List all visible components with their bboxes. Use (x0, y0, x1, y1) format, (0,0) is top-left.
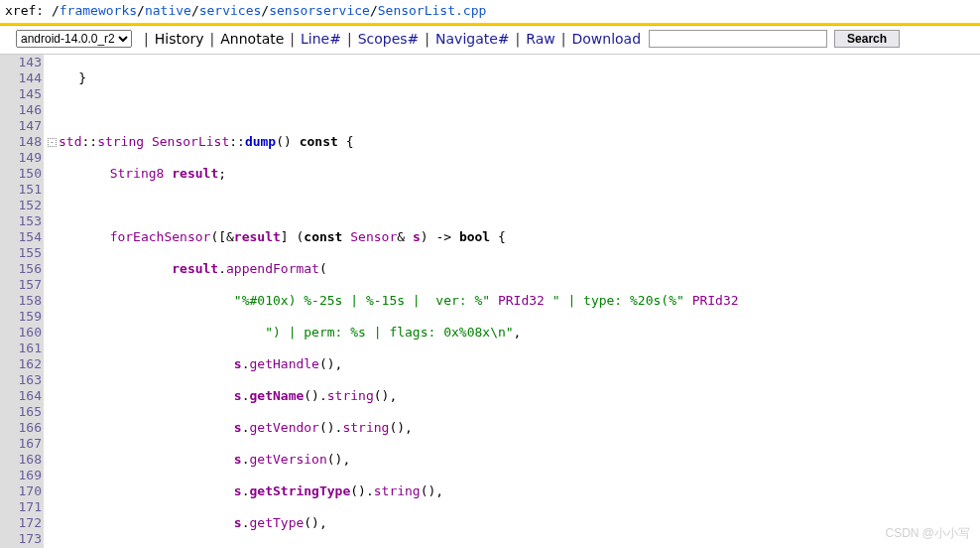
code-line: "%#010x) %-25s | %-15s | ver: %" PRId32 … (48, 293, 980, 309)
code-line: s.getName().string(), (48, 388, 980, 404)
line-number[interactable]: 145 (0, 86, 42, 102)
line-number[interactable]: 165 (0, 404, 42, 420)
line-number[interactable]: 167 (0, 436, 42, 452)
code-line: } (48, 70, 980, 86)
line-number[interactable]: 155 (0, 245, 42, 261)
line-number[interactable]: 157 (0, 277, 42, 293)
code-viewer: 1431441451461471481491501511521531541551… (0, 55, 980, 548)
raw-link[interactable]: Raw (526, 31, 554, 47)
code-line: s.getVersion(), (48, 452, 980, 468)
line-number[interactable]: 160 (0, 325, 42, 341)
line-number[interactable]: 151 (0, 182, 42, 198)
search-button[interactable]: Search (834, 30, 900, 48)
line-number[interactable]: 158 (0, 293, 42, 309)
line-number[interactable]: 159 (0, 309, 42, 325)
line-numbers: 1431441451461471481491501511521531541551… (0, 55, 44, 548)
code-line: s.getVendor().string(), (48, 420, 980, 436)
line-number[interactable]: 171 (0, 499, 42, 515)
line-number[interactable]: 163 (0, 372, 42, 388)
line-number[interactable]: 152 (0, 198, 42, 213)
line-number[interactable]: 153 (0, 213, 42, 229)
line-number[interactable]: 169 (0, 468, 42, 483)
code-line: s.getType(), (48, 515, 980, 531)
line-number[interactable]: 166 (0, 420, 42, 436)
line-number[interactable]: 149 (0, 150, 42, 166)
scopes-link[interactable]: Scopes# (358, 31, 420, 47)
annotate-link[interactable]: Annotate (220, 31, 284, 47)
line-number[interactable]: 170 (0, 483, 42, 499)
search-input[interactable] (649, 30, 827, 48)
code-content: } -std::string SensorList::dump() const … (44, 55, 980, 548)
line-number[interactable]: 144 (0, 70, 42, 86)
code-line: ") | perm: %s | flags: 0x%08x\n", (48, 325, 980, 341)
code-line: String8 result; (48, 166, 980, 182)
code-line: forEachSensor([&result] (const Sensor& s… (48, 229, 980, 245)
code-line (48, 198, 980, 213)
history-link[interactable]: History (155, 31, 204, 47)
line-number[interactable]: 147 (0, 118, 42, 134)
breadcrumb-part[interactable]: frameworks (60, 3, 137, 18)
breadcrumb: xref: /frameworks/native/services/sensor… (0, 0, 980, 21)
line-number[interactable]: 161 (0, 341, 42, 356)
navigate-link[interactable]: Navigate# (435, 31, 510, 47)
line-number[interactable]: 172 (0, 515, 42, 531)
code-line (48, 102, 980, 118)
line-number[interactable]: 150 (0, 166, 42, 182)
code-line: s.getHandle(), (48, 356, 980, 372)
fold-icon[interactable]: - (48, 138, 57, 147)
line-number[interactable]: 173 (0, 531, 42, 547)
breadcrumb-prefix: xref (5, 3, 36, 18)
code-line: s.getStringType().string(), (48, 483, 980, 499)
line-number[interactable]: 164 (0, 388, 42, 404)
watermark: CSDN @小小写 (885, 525, 970, 542)
code-line: result.appendFormat( (48, 261, 980, 277)
line-number[interactable]: 154 (0, 229, 42, 245)
breadcrumb-part[interactable]: services (199, 3, 262, 18)
breadcrumb-file[interactable]: SensorList.cpp (378, 3, 487, 18)
line-number[interactable]: 143 (0, 55, 42, 70)
line-number[interactable]: 156 (0, 261, 42, 277)
line-number[interactable]: 148 (0, 134, 42, 150)
breadcrumb-part[interactable]: native (145, 3, 191, 18)
line-number[interactable]: 146 (0, 102, 42, 118)
breadcrumb-part[interactable]: sensorservice (269, 3, 370, 18)
line-link[interactable]: Line# (301, 31, 341, 47)
code-line: -std::string SensorList::dump() const { (48, 134, 980, 150)
line-number[interactable]: 162 (0, 356, 42, 372)
version-select[interactable]: android-14.0.0_r2 (16, 30, 132, 48)
download-link[interactable]: Download (571, 31, 641, 47)
toolbar: android-14.0.0_r2 | History | Annotate |… (0, 26, 980, 52)
line-number[interactable]: 168 (0, 452, 42, 468)
